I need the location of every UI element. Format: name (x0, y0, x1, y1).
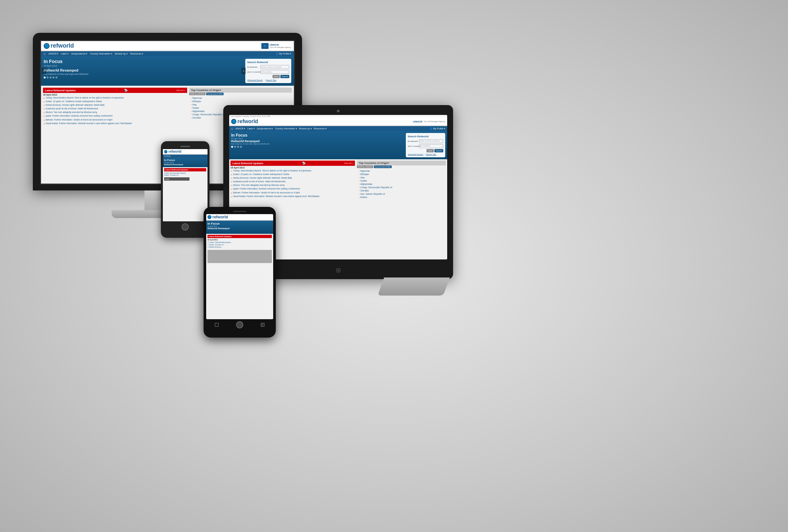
advanced-search-link[interactable]: Advanced Search (247, 79, 263, 81)
nav-unhcr[interactable]: UNHCR ▾ (48, 53, 58, 55)
country-tabs: RSD by UNHCR Government RSD (189, 93, 292, 95)
view-all-link[interactable]: View all » (176, 89, 185, 91)
rss-icon[interactable]: 📡 (124, 89, 128, 92)
tablet-dot-1[interactable] (231, 146, 233, 148)
rsd-unhcr-tab[interactable]: RSD by UNHCR (189, 93, 205, 95)
phone-large-hero: In Focus 15 April 2013 Refworld Revamped (206, 221, 273, 234)
phone-updates: Latest Refworld Updates Turkey: Decrimin… (163, 167, 208, 182)
search-tips-link[interactable]: Search Tips (266, 79, 276, 81)
hero-next-arrow[interactable]: › (241, 68, 246, 74)
country-item-1[interactable]: Myanmar (189, 97, 292, 100)
tablet-keyword-label: by keyword (408, 140, 418, 142)
country-input[interactable]: All countries (260, 70, 289, 74)
update-item-6: ⚠ Qatar: Further information: Activists … (43, 115, 187, 118)
tablet-country-5[interactable]: Afghanistan (357, 182, 446, 186)
windows-button[interactable]: ⊞ (336, 267, 341, 274)
slider-dots (44, 77, 243, 78)
tablet-gov-tab[interactable]: Government RSD (374, 165, 391, 168)
phone-large: 🌐 refworld In Focus 15 April 2013 Refwor… (203, 207, 276, 338)
tablet-nav-laws[interactable]: Laws ▾ (247, 127, 254, 130)
tablet-update-icon-6: ⚠ (231, 188, 233, 191)
tablet-rss[interactable]: 📡 (302, 162, 306, 165)
tablet-search-button[interactable]: Search (434, 149, 443, 152)
nav-browse[interactable]: Browse by ▾ (115, 53, 128, 55)
dot-3[interactable] (50, 77, 52, 78)
tablet-tips-link[interactable]: Search Tips (426, 153, 436, 155)
tablet-country-2[interactable]: Ethiopia (357, 173, 446, 176)
tablet-dot-2[interactable] (234, 146, 236, 148)
tablet-rsd-tab[interactable]: RSD by UNHCR (357, 165, 373, 168)
tablet-nav-resources[interactable]: Resources ▾ (314, 127, 327, 130)
tablet-nav-juris[interactable]: Jurisprudence ▾ (257, 127, 273, 130)
tablet-update-icon-5: ⚠ (231, 184, 233, 187)
search-box: Search Refworld by keyword Enter a word … (245, 59, 291, 83)
back-button-icon[interactable] (215, 323, 219, 327)
phone-small: 🌐 refworld In Focus In Focus 15 April 20… (161, 141, 210, 238)
country-item-2[interactable]: Ethiopia (189, 100, 292, 103)
tablet-update-6: ⚠ Qatar: Further information: Activists … (231, 188, 355, 191)
tablet-update-text-2: Sudan: 10 years on: Violations remain wi… (233, 173, 290, 176)
nav-home[interactable]: ⌂ (44, 52, 46, 56)
tablet-country-4[interactable]: Sudan (357, 179, 446, 182)
unhcr-sub: The UN Refugee Agency (270, 46, 291, 48)
tablet-nav-browse[interactable]: Browse by ▾ (299, 127, 312, 130)
iphone-home-button[interactable] (181, 223, 189, 231)
nav-country[interactable]: Country Information ▾ (90, 53, 112, 55)
dot-4[interactable] (53, 77, 55, 78)
tablet-update-icon-8: ⚠ (231, 195, 233, 198)
tablet-nav-home[interactable]: ⌂ (231, 127, 233, 131)
tablet-nav-profile[interactable]: 👤 My Profile ▾ (430, 127, 445, 130)
hero-date: 15 April 2013 (44, 65, 243, 67)
tablet-nav-country[interactable]: Country Information ▾ (275, 127, 297, 130)
phone-large-website: 🌐 refworld In Focus 15 April 2013 Refwor… (206, 214, 273, 319)
hero-section: ‹ In Focus 15 April 2013 Refworld Revamp… (41, 56, 294, 86)
update-text-8: Saudi Arabia: Further information: Websi… (46, 122, 132, 125)
tablet-country-3[interactable]: Iraq (357, 176, 446, 179)
tablet-clear-button[interactable]: Clear (427, 149, 434, 152)
tablet-country-6[interactable]: Congo, Democratic Republic of (357, 186, 446, 189)
search-button[interactable]: Search (280, 75, 289, 78)
tablet-dot-3[interactable] (237, 146, 239, 148)
phone-large-frame: 🌐 refworld In Focus 15 April 2013 Refwor… (203, 207, 276, 338)
recents-button-icon[interactable] (261, 323, 264, 327)
clear-button[interactable]: Clear (273, 75, 280, 78)
dot-5[interactable] (56, 77, 57, 78)
in-focus-label: In Focus (44, 59, 243, 64)
update-icon-2: ⚠ (43, 100, 45, 103)
tablet-country-9[interactable]: Eritrea (357, 196, 446, 199)
tablet-countries-header: Top Countries of Origin* (357, 161, 446, 165)
tablet-nav-unhcr[interactable]: UNHCR ▾ (235, 127, 245, 130)
phone-hero-content: In Focus 15 April 2013 Refworld Revamped (164, 159, 183, 166)
tablet-country-8[interactable]: Iran, Islamic Republic of (357, 193, 446, 196)
logo-text: refworld (51, 42, 74, 49)
main-nav[interactable]: ⌂ UNHCR ▾ Laws ▾ Jurisprudence ▾ Country… (41, 51, 294, 56)
tablet-advanced-link[interactable]: Advanced Search (408, 153, 423, 155)
country-label: and / or country (247, 71, 260, 73)
nav-jurisprudence[interactable]: Jurisprudence ▾ (71, 53, 88, 55)
phone-nav-item[interactable]: In Focus (164, 155, 171, 157)
tablet-country-input[interactable]: All countries (419, 144, 443, 148)
tablet-country-7[interactable]: Somalia (357, 189, 446, 193)
nav-laws[interactable]: Laws ▾ (61, 53, 68, 55)
tablet-keyword-input[interactable]: Enter a word or phrase (419, 139, 443, 143)
tablet-view-all[interactable]: View all » (344, 162, 353, 164)
nav-resources[interactable]: Resources ▾ (130, 53, 143, 55)
keyword-row: by keyword Enter a word or phrase (247, 65, 289, 69)
android-home-button[interactable] (236, 321, 243, 329)
nav-profile[interactable]: 👤 My Profile ▾ (275, 53, 291, 55)
slide-desc: Key features of new and improved Refworl… (44, 73, 243, 75)
phone-large-update-3: ⚠ Serbia (Kosovo)... (208, 246, 272, 248)
phone-nav[interactable]: In Focus (163, 155, 208, 157)
tablet-nav[interactable]: ⌂ UNHCR ▾ Laws ▾ Jurisprudence ▾ Country… (229, 126, 447, 131)
hero-prev-arrow[interactable]: ‹ (42, 68, 46, 74)
tablet-country-1[interactable]: Myanmar (357, 170, 446, 173)
update-text-7: Bahrain: Further information: Verdict of… (46, 119, 112, 121)
keyword-input[interactable]: Enter a word or phrase (260, 65, 289, 69)
tablet-update-text-1: Turkey: Decriminalize dissent: Time to d… (233, 170, 311, 172)
dot-1[interactable] (44, 77, 46, 78)
tablet-dot-4[interactable] (240, 146, 242, 148)
update-item-7: ⚠ Bahrain: Further information: Verdict … (43, 119, 187, 121)
update-item-8: ⚠ Saudi Arabia: Further information: Web… (43, 122, 187, 125)
dot-2[interactable] (47, 77, 48, 78)
gov-rsd-tab[interactable]: Government RSD (206, 93, 223, 95)
